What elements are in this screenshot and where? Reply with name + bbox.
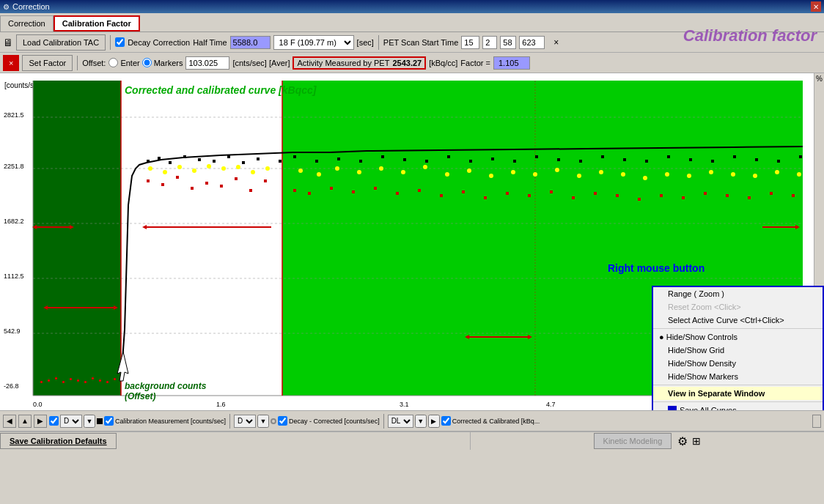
- factor-label: Factor =: [460, 59, 490, 67]
- close-factor-button[interactable]: ×: [3, 55, 19, 71]
- svg-rect-125: [381, 155, 384, 158]
- curve3-extra-button[interactable]: ▶: [428, 415, 440, 428]
- half-time-input[interactable]: [230, 36, 271, 49]
- svg-rect-75: [99, 379, 101, 382]
- curve1-checkbox[interactable]: [49, 416, 59, 426]
- set-factor-button[interactable]: Set Factor: [22, 55, 73, 71]
- svg-rect-121: [293, 155, 296, 158]
- nav-right-button[interactable]: ▶: [34, 415, 47, 428]
- svg-rect-112: [158, 157, 161, 160]
- tab-calibration[interactable]: Calibration Factor: [54, 15, 140, 32]
- svg-rect-140: [711, 160, 714, 163]
- activity-box: Activity Measured by PET 2543.27: [293, 56, 426, 70]
- menu-item-view-window[interactable]: View in Separate Window: [653, 387, 823, 400]
- monitor-icon: 🖥: [3, 37, 13, 48]
- curve2-active-checkbox[interactable]: [278, 416, 287, 426]
- svg-rect-134: [579, 160, 582, 163]
- svg-point-100: [577, 174, 581, 178]
- svg-rect-138: [667, 155, 670, 158]
- menu-item-hide-controls[interactable]: ● Hide/Show Controls: [653, 330, 823, 344]
- svg-rect-47: [374, 187, 377, 190]
- svg-rect-62: [704, 192, 707, 195]
- curve1-color-swatch: [97, 418, 103, 424]
- pet-time-h[interactable]: [461, 36, 479, 49]
- svg-rect-117: [227, 155, 230, 158]
- grid-icon[interactable]: ⊞: [692, 435, 701, 447]
- save-calibration-button[interactable]: Save Calibration Defaults: [0, 433, 117, 449]
- tab-correction[interactable]: Correction: [0, 15, 54, 32]
- kinetic-section: Kinetic Modeling ⚙ ⊞: [471, 433, 824, 449]
- svg-text:2251.8: 2251.8: [4, 163, 24, 170]
- svg-text:2821.5: 2821.5: [4, 111, 24, 119]
- svg-rect-129: [469, 160, 472, 163]
- curve3-active-checkbox[interactable]: [441, 416, 451, 426]
- radio-markers[interactable]: [142, 58, 152, 67]
- svg-rect-44: [308, 192, 311, 195]
- svg-point-82: [207, 164, 211, 168]
- svg-rect-69: [55, 377, 57, 379]
- svg-rect-133: [557, 158, 560, 161]
- curve2-color-button[interactable]: ▼: [257, 415, 269, 428]
- svg-rect-128: [447, 155, 450, 158]
- close-window-button[interactable]: ✕: [811, 1, 821, 12]
- pet-time-m[interactable]: [482, 36, 497, 49]
- svg-text:1.6: 1.6: [216, 401, 226, 408]
- nav-left-button[interactable]: ◀: [3, 415, 16, 428]
- settings-icon[interactable]: ⚙: [677, 434, 688, 448]
- radio-group-offset: Enter Markers: [108, 58, 183, 67]
- svg-text:minutes: minutes: [403, 410, 429, 410]
- svg-point-93: [423, 165, 427, 169]
- menu-item-reset-zoom: Reset Zoom <Click>: [653, 300, 823, 314]
- pet-time-s[interactable]: [500, 36, 516, 49]
- svg-point-109: [775, 170, 779, 174]
- bottom-bar: ◀ ▲ ▶ D ▼ Calibration Measurement [count…: [0, 410, 824, 431]
- pet-time-ms[interactable]: [519, 36, 545, 49]
- svg-rect-73: [84, 381, 87, 383]
- svg-rect-143: [777, 160, 780, 163]
- svg-point-107: [731, 172, 735, 177]
- svg-rect-45: [330, 187, 333, 190]
- menu-item-hide-markers[interactable]: Hide/Show Markers: [653, 370, 823, 383]
- menu-item-hide-grid[interactable]: Hide/Show Grid: [653, 344, 823, 357]
- nav-up-button[interactable]: ▲: [18, 415, 32, 428]
- menu-item-save-curves[interactable]: Save All Curves: [653, 404, 823, 410]
- decay-correction-checkbox[interactable]: [115, 37, 125, 47]
- svg-point-87: [298, 168, 303, 173]
- svg-rect-64: [748, 196, 751, 199]
- curve1-type-select[interactable]: D: [60, 415, 82, 428]
- isotope-select[interactable]: 18 F (109.77 m): [273, 35, 354, 50]
- offset-value-input[interactable]: [185, 56, 229, 70]
- svg-text:1112.5: 1112.5: [4, 273, 24, 280]
- svg-point-95: [467, 168, 471, 173]
- svg-point-102: [621, 172, 625, 177]
- radio-enter[interactable]: [108, 58, 118, 67]
- svg-rect-123: [337, 158, 340, 160]
- chart-bg-dark-green: [33, 81, 128, 396]
- context-menu-header: Right mouse button: [608, 262, 705, 274]
- curve2-color-swatch: [271, 418, 276, 424]
- separator-bottom-2: [383, 414, 384, 429]
- svg-rect-74: [92, 377, 94, 379]
- curve3-arrow-button[interactable]: ▼: [415, 415, 427, 428]
- svg-rect-135: [601, 155, 604, 158]
- context-menu: Range ( Zoom ) Reset Zoom <Click> Select…: [652, 286, 824, 410]
- svg-point-88: [317, 172, 321, 177]
- svg-rect-122: [315, 160, 318, 163]
- pet-time-close-button[interactable]: ×: [548, 34, 564, 51]
- scroll-right-button[interactable]: [812, 415, 821, 428]
- svg-point-85: [251, 170, 255, 174]
- activity-value: 2543.27: [392, 59, 422, 67]
- svg-rect-41: [249, 189, 252, 192]
- svg-rect-58: [616, 194, 619, 197]
- load-calibration-button[interactable]: Load Calibration TAC: [16, 34, 106, 51]
- menu-item-select-curve[interactable]: Select Active Curve <Ctrl+Click>: [653, 314, 823, 327]
- kinetic-modeling-button[interactable]: Kinetic Modeling: [594, 433, 672, 449]
- curve3-type-select[interactable]: DL: [388, 415, 413, 428]
- curve1-color-button[interactable]: ▼: [84, 415, 95, 428]
- svg-rect-40: [235, 177, 238, 180]
- menu-item-range-zoom[interactable]: Range ( Zoom ): [653, 287, 823, 300]
- curve2-type-select[interactable]: D: [234, 415, 256, 428]
- curve1-active-checkbox[interactable]: [104, 416, 114, 426]
- svg-rect-130: [491, 158, 494, 160]
- menu-item-hide-density[interactable]: Hide/Show Density: [653, 357, 823, 370]
